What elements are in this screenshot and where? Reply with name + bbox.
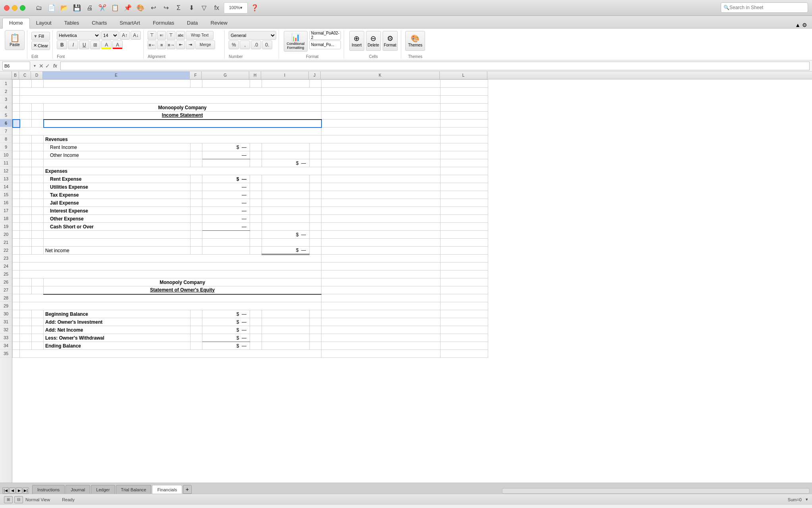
cell-B6[interactable] — [13, 120, 20, 127]
cell-G14[interactable]: — — [202, 183, 250, 191]
cell-G34[interactable]: $ — — [202, 342, 250, 350]
col-header-H[interactable]: H — [249, 71, 261, 79]
row-11[interactable]: 11 — [0, 159, 12, 167]
cell-L7[interactable] — [441, 127, 488, 135]
cell-F1[interactable] — [190, 80, 202, 88]
cell-C11[interactable] — [20, 159, 32, 167]
format-button[interactable]: ⚙ Format — [383, 31, 398, 51]
cell-D10[interactable] — [32, 151, 44, 159]
cell-E29[interactable] — [20, 302, 321, 310]
number-format-select[interactable]: General — [229, 31, 276, 40]
cell-B26[interactable] — [13, 278, 20, 286]
cell-L1[interactable] — [441, 80, 488, 88]
cell-I33[interactable] — [262, 334, 310, 342]
cell-I11[interactable]: $ — — [262, 159, 310, 167]
cell-C14[interactable] — [20, 183, 32, 191]
row-9[interactable]: 9 — [0, 143, 12, 151]
cell-H32[interactable] — [250, 326, 262, 334]
cell-C16[interactable] — [20, 199, 32, 207]
cell-L27[interactable] — [441, 286, 488, 294]
cell-J33[interactable] — [310, 334, 321, 342]
row-7[interactable]: 7 — [0, 127, 12, 135]
cell-H15[interactable] — [250, 191, 262, 199]
cell-G18[interactable]: — — [202, 215, 250, 223]
horizontal-scrollbar[interactable] — [502, 488, 810, 494]
cell-L8[interactable] — [441, 135, 488, 143]
paste-button[interactable]: 📋 Paste — [5, 30, 25, 50]
redo-icon[interactable]: ↪ — [160, 2, 171, 14]
col-header-L[interactable]: L — [440, 71, 487, 79]
cell-F21[interactable] — [190, 239, 202, 247]
normal-view-btn[interactable]: ⊞ — [4, 496, 13, 503]
cell-E28[interactable] — [20, 294, 321, 302]
row-17[interactable]: 17 — [0, 207, 12, 214]
row-18[interactable]: 18 — [0, 214, 12, 222]
cell-D17[interactable] — [32, 207, 44, 215]
cell-F19[interactable] — [190, 223, 202, 231]
cell-I32[interactable] — [262, 326, 310, 334]
row-35[interactable]: 35 — [0, 350, 12, 357]
cell-I1[interactable] — [262, 80, 310, 88]
align-right-top-btn[interactable]: ⊤ — [167, 31, 175, 40]
cell-I19[interactable] — [262, 223, 310, 231]
insert-button[interactable]: ⊕ Insert — [349, 31, 364, 51]
cell-I30[interactable] — [262, 310, 310, 318]
row-32[interactable]: 32 — [0, 326, 12, 334]
cell-H11[interactable] — [250, 159, 262, 167]
cell-F13[interactable] — [190, 175, 202, 183]
font-color-btn[interactable]: A — [112, 41, 123, 49]
cell-L6[interactable] — [441, 120, 488, 127]
bold-button[interactable]: B — [57, 41, 67, 49]
cell-G15[interactable]: — — [202, 191, 250, 199]
cell-D14[interactable] — [32, 183, 44, 191]
cell-E7-merged[interactable] — [20, 127, 321, 135]
themes-button[interactable]: 🎨 Themes — [405, 31, 425, 51]
cell-E27-title[interactable]: Statement of Owner's Equity — [44, 286, 321, 294]
row-21[interactable]: 21 — [0, 238, 12, 246]
cell-K14[interactable] — [321, 183, 441, 191]
minimize-button[interactable] — [12, 5, 17, 11]
cell-H10[interactable] — [250, 151, 262, 159]
cell-J10[interactable] — [310, 151, 321, 159]
page-layout-btn[interactable]: ⊟ — [14, 496, 23, 503]
border-btn[interactable]: ⊞ — [90, 41, 100, 49]
conditional-format-button[interactable]: 📊 Conditional Formatting — [284, 31, 308, 52]
cell-J32[interactable] — [310, 326, 321, 334]
cell-B16[interactable] — [13, 199, 20, 207]
cell-J19[interactable] — [310, 223, 321, 231]
row-25[interactable]: 25 — [0, 270, 12, 278]
cell-K33[interactable] — [321, 334, 441, 342]
autosum-icon[interactable]: Σ — [173, 2, 184, 14]
cell-B15[interactable] — [13, 191, 20, 199]
row-33[interactable]: 33 — [0, 334, 12, 342]
cell-K22[interactable] — [321, 247, 441, 255]
cell-D20[interactable] — [32, 231, 44, 239]
cell-C27[interactable] — [20, 286, 32, 294]
tab-data[interactable]: Data — [181, 18, 204, 28]
tab-instructions[interactable]: Instructions — [32, 485, 65, 494]
cell-B32[interactable] — [13, 326, 20, 334]
cell-L22[interactable] — [441, 247, 488, 255]
cell-E5-title[interactable]: Income Statement — [44, 112, 321, 120]
cell-J16[interactable] — [310, 199, 321, 207]
cell-E6-merged[interactable] — [44, 120, 321, 127]
cell-K3[interactable] — [321, 96, 441, 104]
cell-G19[interactable]: — — [202, 223, 250, 231]
cell-E8[interactable]: Revenues — [44, 135, 321, 143]
col-header-B[interactable]: B — [12, 71, 19, 79]
cell-J20[interactable] — [310, 231, 321, 239]
col-header-J[interactable]: J — [309, 71, 321, 79]
highlight-color-btn[interactable]: A — [101, 41, 112, 49]
cell-F22[interactable] — [190, 247, 202, 255]
cell-G20[interactable] — [202, 231, 250, 239]
cell-J1[interactable] — [310, 80, 321, 88]
align-right-btn[interactable]: ≡→ — [167, 41, 175, 49]
ribbon-collapse-btn[interactable]: ▲ — [795, 22, 800, 28]
cell-B8[interactable] — [13, 135, 20, 143]
cell-E1[interactable] — [44, 80, 190, 88]
thousand-btn[interactable]: , — [240, 41, 250, 49]
cell-C6[interactable] — [20, 120, 32, 127]
cell-F31[interactable] — [190, 318, 202, 326]
cell-K32[interactable] — [321, 326, 441, 334]
cell-K8[interactable] — [321, 135, 441, 143]
